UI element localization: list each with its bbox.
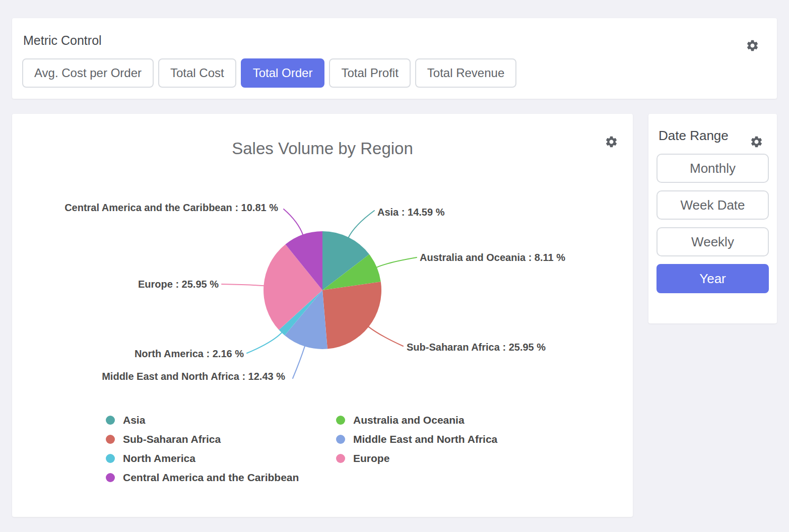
legend-label: Australia and Oceania (353, 414, 465, 426)
legend-label: Europe (353, 452, 389, 464)
metric-button-total-revenue[interactable]: Total Revenue (415, 58, 516, 88)
leader-line-asia (348, 211, 374, 238)
date-range-button-week-date[interactable]: Week Date (656, 190, 769, 220)
date-range-settings-gear-icon[interactable] (750, 135, 764, 149)
legend-item-asia[interactable]: Asia (106, 411, 336, 430)
date-range-panel: Date Range MonthlyWeek DateWeeklyYear (648, 114, 777, 323)
legend-item-australia-and-oceania[interactable]: Australia and Oceania (336, 411, 497, 430)
gear-glyph (746, 39, 759, 52)
legend-dot-australia-and-oceania (336, 416, 345, 425)
slice-label-sub-saharan-africa: Sub-Saharan Africa : 25.95 % (407, 342, 546, 353)
metric-control-panel: Metric Control Avg. Cost per OrderTotal … (12, 18, 777, 99)
metric-button-total-order[interactable]: Total Order (241, 58, 325, 88)
legend-label: Asia (123, 414, 145, 426)
metric-settings-gear-icon[interactable] (746, 38, 760, 52)
date-range-button-weekly[interactable]: Weekly (656, 227, 769, 256)
leader-line-australia-and-oceania (376, 257, 417, 268)
legend-label: Middle East and North Africa (353, 433, 497, 445)
slice-label-asia: Asia : 14.59 % (377, 207, 445, 218)
date-range-button-group: MonthlyWeek DateWeeklyYear (656, 154, 769, 293)
chart-panel: Sales Volume by Region Asia : 14.59 %Aus… (12, 114, 633, 517)
pie-slice-sub-saharan-africa[interactable] (322, 282, 381, 349)
legend-label: Sub-Saharan Africa (123, 433, 221, 445)
legend-item-sub-saharan-africa[interactable]: Sub-Saharan Africa (106, 430, 336, 449)
legend-item-europe[interactable]: Europe (336, 449, 497, 468)
legend-dot-middle-east-and-north-africa (336, 435, 345, 444)
leader-line-europe (222, 284, 264, 286)
chart-legend: AsiaAustralia and OceaniaSub-Saharan Afr… (106, 411, 497, 487)
legend-item-north-america[interactable]: North America (106, 449, 336, 468)
slice-label-north-america: North America : 2.16 % (135, 348, 244, 359)
legend-dot-central-america-and-the-caribbean (106, 473, 115, 482)
leader-line-central-america-and-the-caribbean (284, 209, 303, 235)
chart-settings-gear-icon[interactable] (605, 135, 619, 149)
leader-line-middle-east-and-north-africa (293, 346, 305, 378)
slice-label-middle-east-and-north-africa: Middle East and North Africa : 12.43 % (102, 371, 285, 382)
legend-item-middle-east-and-north-africa[interactable]: Middle East and North Africa (336, 430, 497, 449)
legend-dot-asia (106, 416, 115, 425)
legend-label: North America (123, 452, 195, 464)
leader-line-sub-saharan-africa (368, 326, 403, 346)
legend-dot-north-america (106, 454, 115, 463)
gear-glyph (750, 135, 763, 149)
legend-label: Central America and the Caribbean (123, 472, 299, 484)
metric-button-total-profit[interactable]: Total Profit (329, 58, 410, 88)
metric-button-group: Avg. Cost per OrderTotal CostTotal Order… (22, 58, 767, 88)
date-range-button-monthly[interactable]: Monthly (656, 154, 769, 183)
metric-button-total-cost[interactable]: Total Cost (158, 58, 236, 88)
slice-label-europe: Europe : 25.95 % (138, 279, 219, 290)
metric-button-avg-cost-per-order[interactable]: Avg. Cost per Order (22, 58, 154, 88)
slice-label-australia-and-oceania: Australia and Oceania : 8.11 % (420, 252, 565, 263)
legend-item-central-america-and-the-caribbean[interactable]: Central America and the Caribbean (106, 468, 336, 487)
gear-glyph (605, 135, 618, 149)
chart-title: Sales Volume by Region (12, 138, 633, 159)
legend-dot-europe (336, 454, 345, 463)
metric-control-title: Metric Control (23, 33, 767, 48)
slice-label-central-america-and-the-caribbean: Central America and the Caribbean : 10.8… (64, 202, 278, 213)
date-range-button-year[interactable]: Year (656, 264, 769, 293)
legend-dot-sub-saharan-africa (106, 435, 115, 444)
leader-line-north-america (247, 332, 282, 353)
